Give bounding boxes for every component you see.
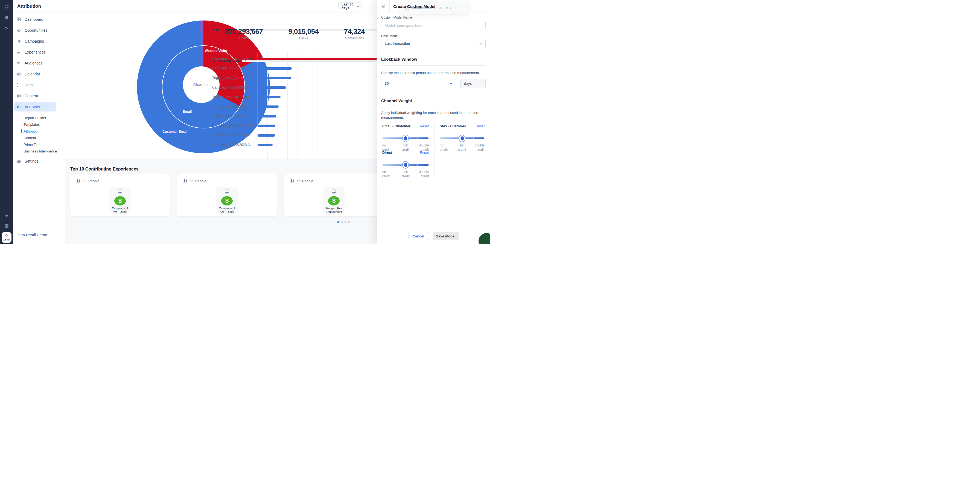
cancel-button[interactable]: Cancel bbox=[409, 232, 428, 240]
sidebar-subitem-label: Content bbox=[24, 136, 36, 140]
source-label[interactable]: Campaign_12/29/2023 A... bbox=[212, 133, 256, 137]
channel-weight-heading: Channel Weight bbox=[381, 98, 412, 103]
sidebar-subitem-label: Report Builder bbox=[24, 116, 46, 120]
sidebar-subitem-business-intelligence[interactable]: Business Intelligence bbox=[24, 148, 65, 155]
sidebar-subitem-content[interactable]: Content bbox=[24, 135, 65, 141]
close-icon[interactable] bbox=[380, 3, 387, 10]
source-label[interactable]: Trigger_SVC_Order Confir... bbox=[212, 76, 256, 80]
metric-conversions-label: Conversions bbox=[344, 36, 365, 40]
custom-model-name-input[interactable] bbox=[381, 21, 485, 30]
slider-channel-label: Email - Customer bbox=[382, 124, 410, 128]
slider-tick bbox=[450, 138, 451, 139]
metric-conversions-value: 74,324 bbox=[344, 27, 365, 36]
channel-weight-description: Apply individual weighting for each chan… bbox=[381, 110, 485, 120]
carousel-dot[interactable] bbox=[348, 221, 350, 223]
experience-card[interactable]: 95 People$Campaign_1 PM - Outlet bbox=[70, 174, 170, 216]
slider-scale: no creditfull creditdouble credit bbox=[382, 170, 429, 178]
sidebar-subitem-label: Attribution bbox=[24, 129, 40, 133]
lookback-value-select[interactable]: 30 bbox=[381, 79, 456, 88]
experiences-heading: Top 10 Contributing Experiences bbox=[70, 167, 138, 171]
date-range-value: Last 30 days bbox=[342, 2, 357, 10]
date-range-select[interactable]: Last 30 days bbox=[339, 2, 361, 10]
zeta-diamond-icon[interactable] bbox=[0, 3, 13, 10]
panel-title: Create Custom Model bbox=[393, 4, 435, 9]
source-label[interactable]: Campaign_12/27/2023 PM... bbox=[212, 124, 256, 128]
source-bar[interactable] bbox=[258, 77, 291, 79]
sidebar-item-label: Settings bbox=[25, 159, 38, 163]
sidebar-item-data[interactable]: Data bbox=[14, 80, 56, 90]
base-model-select[interactable]: Last Interaction bbox=[381, 39, 485, 48]
lookback-unit-box: days bbox=[460, 79, 485, 88]
source-label[interactable]: www.sundancecatalog.com bbox=[212, 57, 256, 61]
monitor-icon bbox=[224, 189, 230, 196]
slider-channel-label: Direct bbox=[382, 151, 392, 155]
metric-opens: 375,293,667 Opens bbox=[225, 27, 263, 40]
slider-reset-link[interactable]: Reset bbox=[420, 124, 429, 128]
sidebar-item-audiences[interactable]: Audiences bbox=[14, 59, 56, 68]
sidebar-subitem-prime-time[interactable]: Prime Time bbox=[24, 141, 65, 148]
slider-reset-link[interactable]: Reset bbox=[476, 124, 485, 128]
sidebar-subitem-report-builder[interactable]: Report Builder bbox=[24, 114, 65, 121]
sidebar-item-opportunities[interactable]: Opportunities bbox=[14, 26, 56, 35]
source-label[interactable]: Campaign_12/23/2023 A... bbox=[212, 143, 256, 147]
status-signal-icon[interactable] bbox=[0, 212, 13, 218]
experience-node[interactable]: $Campaign_1 PM - Outlet bbox=[110, 187, 131, 214]
sidebar-item-campaigns[interactable]: Campaigns bbox=[14, 36, 56, 46]
carousel-dot[interactable] bbox=[337, 221, 339, 223]
sidebar-item-settings[interactable]: Settings bbox=[14, 157, 56, 166]
sidebar-item-content[interactable]: Content bbox=[14, 91, 56, 101]
sidebar-subitem-templates[interactable]: Templates bbox=[24, 121, 65, 128]
slider-handle[interactable] bbox=[402, 135, 409, 142]
sparkles-icon[interactable] bbox=[0, 26, 13, 31]
experience-card[interactable]: 92 People$Haggar_Re- Engagement bbox=[284, 174, 383, 216]
experience-node[interactable]: $Campaign_1 AM - Outlet bbox=[216, 187, 238, 214]
sidebar-item-experiences[interactable]: Experiences bbox=[14, 48, 56, 57]
zeta-logo[interactable]: ZETA bbox=[2, 232, 11, 242]
slider-handle[interactable] bbox=[402, 161, 409, 169]
source-bar[interactable] bbox=[258, 106, 278, 108]
weight-slider[interactable] bbox=[382, 161, 429, 168]
slider-tick bbox=[382, 165, 383, 166]
knowledge-book-icon[interactable] bbox=[0, 223, 13, 229]
experience-node[interactable]: $Haggar_Re- Engagement bbox=[323, 187, 345, 214]
source-label[interactable]: Campaign_12/29/2023 P... bbox=[212, 67, 256, 70]
save-model-button[interactable]: Save Model bbox=[433, 232, 459, 240]
source-bar[interactable] bbox=[258, 144, 273, 146]
source-bar[interactable] bbox=[258, 134, 275, 136]
channel-weight-slider-direct: DirectResetno creditfull creditdouble cr… bbox=[382, 151, 429, 178]
slider-handle[interactable] bbox=[459, 135, 466, 142]
source-bar[interactable] bbox=[258, 86, 286, 89]
experience-card[interactable]: 95 People$Campaign_1 AM - Outlet bbox=[177, 174, 277, 216]
source-bar[interactable] bbox=[258, 96, 280, 98]
slider-tick bbox=[484, 138, 485, 139]
sidebar-item-analytics[interactable]: Analytics bbox=[14, 102, 56, 111]
source-bar[interactable] bbox=[258, 115, 277, 117]
source-label[interactable]: Campaign_12/26/2023 P... bbox=[212, 86, 256, 89]
sidebar-subitem-attribution[interactable]: Attribution bbox=[24, 128, 65, 135]
source-label[interactable]: Trigger_BALI_Welcome_T... bbox=[212, 114, 256, 118]
weight-slider[interactable] bbox=[440, 135, 485, 142]
sidebar-item-label: Campaigns bbox=[25, 39, 44, 43]
carousel-dot[interactable] bbox=[345, 221, 347, 223]
source-bar[interactable] bbox=[258, 58, 377, 60]
source-bar[interactable] bbox=[258, 67, 292, 70]
metric-clicks-value: 9,015,054 bbox=[288, 27, 318, 36]
dollar-conversion-icon: $ bbox=[221, 196, 233, 206]
slider-tick bbox=[428, 138, 429, 139]
source-bar[interactable] bbox=[258, 125, 275, 127]
lookback-window-heading: Lookback Window bbox=[381, 57, 417, 62]
source-label[interactable]: Trigger_SVC_Shipping Co... bbox=[212, 95, 256, 99]
people-count: 95 People bbox=[183, 179, 207, 183]
sidebar-item-label: Calendar bbox=[25, 72, 40, 76]
sidebar-item-calendar[interactable]: Calendar bbox=[14, 70, 56, 79]
weight-slider[interactable] bbox=[382, 135, 429, 142]
sidebar-item-dashboard[interactable]: Dashboard bbox=[14, 15, 56, 24]
slider-reset-link[interactable]: Reset bbox=[420, 151, 429, 155]
chart-icon bbox=[16, 105, 21, 109]
people-group-icon bbox=[183, 179, 188, 183]
source-label[interactable]: Campaign_12/30/2023 P... bbox=[212, 105, 256, 108]
people-count: 92 People bbox=[290, 179, 313, 183]
notifications-bell-icon[interactable] bbox=[0, 15, 13, 21]
chevron-down-icon bbox=[479, 42, 482, 45]
carousel-dot[interactable] bbox=[341, 221, 343, 223]
